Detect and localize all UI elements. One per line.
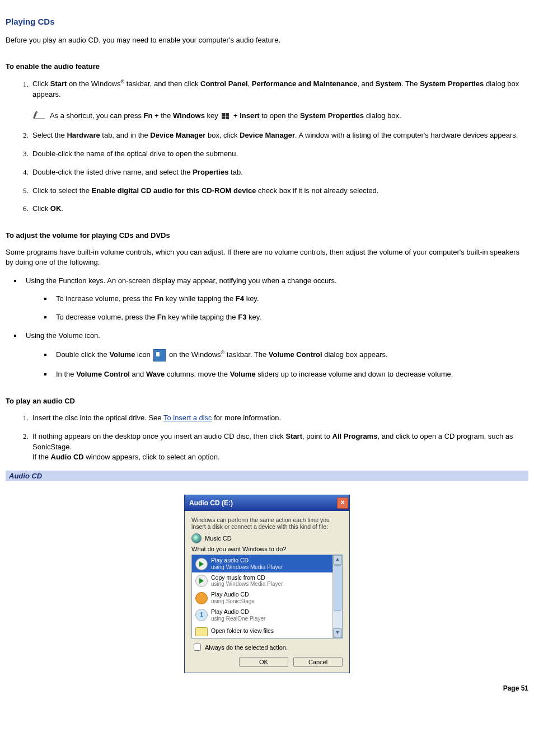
list-item[interactable]: Play audio CDusing Windows Media Player (192, 555, 342, 572)
scrollbar[interactable]: ▲ ▼ (332, 555, 342, 638)
step-2: Select the Hardware tab, and in the Devi… (30, 130, 528, 141)
step-6: Click OK. (30, 204, 528, 214)
svg-rect-2 (222, 116, 225, 119)
realone-icon: 1 (195, 609, 208, 621)
dialog-message: Windows can perform the same action each… (191, 516, 343, 530)
step-3: Double-click the name of the optical dri… (30, 149, 528, 159)
step-5: Click to select the Enable digital CD au… (30, 186, 528, 196)
page-number: Page 51 (6, 684, 528, 692)
svg-rect-0 (222, 113, 225, 116)
heading-adjust-volume: To adjust the volume for playing CDs and… (6, 231, 528, 240)
list-item[interactable]: Copy music from CDusing Windows Media Pl… (192, 572, 342, 590)
scroll-thumb[interactable] (334, 565, 341, 611)
scroll-down-icon[interactable]: ▼ (333, 628, 342, 638)
intro-paragraph: Before you play an audio CD, you may nee… (6, 35, 528, 45)
volume-tray-icon (153, 349, 166, 361)
link-to-insert-disc[interactable]: To insert a disc (163, 414, 212, 422)
heading-play-audio-cd: To play an audio CD (6, 397, 528, 405)
bullet-increase-volume: To increase volume, press the Fn key whi… (53, 294, 528, 304)
page-title: Playing CDs (6, 17, 528, 26)
wmp-play-icon (195, 558, 208, 570)
svg-rect-3 (226, 116, 229, 119)
play-step-2: If nothing appears on the desktop once y… (30, 431, 528, 463)
step-4: Double-click the listed drive name, and … (30, 167, 528, 178)
dialog-title: Audio CD (E:) (189, 499, 233, 507)
heading-enable-audio: To enable the audio feature (6, 62, 528, 71)
sonicstage-icon (195, 592, 208, 604)
folder-icon (195, 627, 208, 636)
step-1: Click Start on the Windows® taskbar, and… (30, 78, 528, 123)
bullet-volume-icon: Using the Volume icon. Double click the … (22, 331, 528, 380)
action-list[interactable]: Play audio CDusing Windows Media Player … (191, 555, 343, 638)
volume-intro: Some programs have built-in volume contr… (6, 247, 528, 267)
figure-caption: Audio CD (6, 471, 528, 481)
autoplay-dialog: Audio CD (E:) × Windows can perform the … (184, 495, 350, 673)
windows-key-icon (221, 112, 230, 120)
play-step-1: Insert the disc into the optical drive. … (30, 413, 528, 424)
wmp-copy-icon (195, 575, 208, 587)
list-item[interactable]: Play Audio CDusing SonicStage (192, 589, 342, 607)
list-item[interactable]: Open folder to view files (192, 624, 342, 638)
cancel-button[interactable]: Cancel (293, 657, 343, 667)
bullet-function-keys: Using the Function keys. An on-screen di… (22, 276, 528, 323)
bullet-double-click-volume: Double click the Volume icon on the Wind… (53, 349, 528, 361)
svg-rect-1 (226, 113, 229, 116)
list-item[interactable]: 1 Play Audio CDusing RealOne Player (192, 607, 342, 624)
ok-button[interactable]: OK (239, 657, 288, 667)
bullet-decrease-volume: To decrease volume, press the Fn key whi… (53, 312, 528, 323)
bullet-volume-sliders: In the Volume Control and Wave columns, … (53, 369, 528, 380)
dialog-prompt: What do you want Windows to do? (191, 546, 343, 552)
music-cd-icon (191, 533, 202, 543)
shortcut-note: As a shortcut, you can press Fn + the Wi… (32, 110, 528, 123)
pencil-note-icon (32, 110, 46, 123)
always-label: Always do the selected action. (205, 644, 288, 651)
close-button[interactable]: × (337, 497, 348, 509)
scroll-up-icon[interactable]: ▲ (333, 555, 342, 565)
always-checkbox[interactable] (194, 644, 201, 651)
dialog-kind: Music CD (205, 535, 232, 542)
